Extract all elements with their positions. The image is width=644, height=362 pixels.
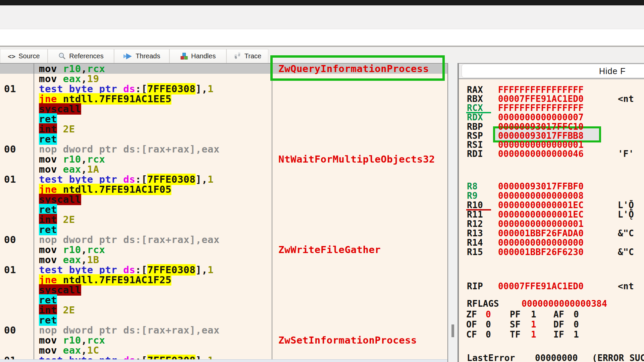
flag-value[interactable]: 0: [486, 320, 491, 329]
register-row-r15[interactable]: R15000001BBF26F6230&"C: [459, 247, 644, 257]
register-row-r14[interactable]: R140000000000000000: [459, 238, 644, 247]
scrollbar-thumb[interactable]: [451, 324, 454, 337]
register-row-rdi[interactable]: RDI0000000000000046'F': [459, 149, 644, 159]
disasm-row[interactable]: mov eax,1B: [0, 255, 447, 265]
register-value[interactable]: 000001BBF26FADA0: [498, 229, 584, 238]
function-label[interactable]: NtWaitForMultipleObjects32: [278, 154, 453, 164]
disasm-row[interactable]: int 2E: [0, 215, 447, 225]
register-row-rbp[interactable]: RBP00000093017FFC10: [459, 122, 644, 131]
bytes-column-separator: [34, 63, 34, 362]
register-value[interactable]: 00000093017FFC10: [498, 122, 584, 131]
register-annotation: 'F': [618, 149, 634, 159]
handles-icon: [180, 52, 188, 60]
disasm-row[interactable]: syscall: [0, 194, 447, 204]
flag-name: PF: [510, 310, 521, 319]
flag-value[interactable]: 1: [531, 320, 536, 329]
register-name: R14: [467, 238, 483, 247]
register-value[interactable]: 00007FFE91AC1ED0: [498, 282, 584, 291]
register-value[interactable]: 00000093017FFBB8: [498, 131, 584, 140]
disasm-row[interactable]: ret: [0, 295, 447, 305]
register-value[interactable]: 0000000000000007: [498, 113, 584, 122]
register-annotation: <nt: [618, 282, 634, 291]
disasm-row[interactable]: 01test byte ptr ds:[7FFE0308],1: [0, 265, 447, 275]
register-row-rbx[interactable]: RBX00007FFE91AC1ED0<nt: [459, 94, 644, 104]
instruction-text: mov r10,rcx: [39, 154, 105, 164]
register-value[interactable]: 0000000000000001: [498, 140, 584, 149]
horizontal-scrollbar[interactable]: [0, 359, 447, 362]
register-value[interactable]: 00000000000001EC: [498, 200, 584, 210]
vertical-scrollbar[interactable]: [447, 63, 458, 362]
last-error-row[interactable]: LastError00000000(ERROR_SUC: [459, 353, 644, 362]
register-row-rdx[interactable]: RDX0000000000000007: [459, 113, 644, 122]
registers-pane: RAXFFFFFFFFFFFFFFFFRBX00007FFE91AC1ED0<n…: [458, 78, 644, 362]
register-value[interactable]: 00000093017FFBF0: [498, 182, 584, 191]
register-value[interactable]: 00007FFE91AC1ED0: [498, 94, 584, 104]
flag-value[interactable]: 1: [574, 330, 579, 339]
disasm-row[interactable]: ret: [0, 315, 447, 325]
flag-value[interactable]: 0: [574, 310, 579, 319]
register-row-r13[interactable]: R13000001BBF26FADA0&"C: [459, 229, 644, 238]
instruction-text: ret: [39, 134, 57, 144]
register-value[interactable]: 0000000000000384: [522, 299, 607, 308]
register-value[interactable]: 0000000000000008: [498, 191, 584, 200]
register-value[interactable]: FFFFFFFFFFFFFFFF: [498, 85, 584, 95]
register-value[interactable]: 000001BBF26F6230: [498, 247, 584, 257]
register-value[interactable]: 0000000000000046: [498, 149, 584, 159]
instruction-text: mov r10,rcx: [39, 245, 105, 255]
disasm-row[interactable]: int 2E: [0, 124, 447, 134]
flags-row: CF0TF1IF1: [459, 330, 644, 339]
register-row-rcx[interactable]: RCXFFFFFFFFFFFFFFFF: [459, 103, 644, 113]
disasm-row[interactable]: syscall: [0, 104, 447, 114]
tab-label: Source: [18, 52, 40, 60]
flag-value[interactable]: 0: [574, 320, 579, 329]
instruction-text: int 2E: [39, 215, 75, 225]
disasm-row[interactable]: mov eax,1C: [0, 345, 447, 355]
hide-fpu-button[interactable]: Hide F: [462, 64, 644, 78]
register-row-r8[interactable]: R800000093017FFBF0: [459, 182, 644, 191]
hide-fpu-label: Hide F: [599, 66, 626, 76]
register-value[interactable]: 0000000000000001: [498, 219, 584, 229]
register-row-rip[interactable]: RIP00007FFE91AC1ED0<nt: [459, 282, 644, 291]
disasm-row[interactable]: ret: [0, 114, 447, 124]
register-row-rsp[interactable]: RSP00000093017FFBB8: [459, 131, 644, 140]
disasm-row[interactable]: ret: [0, 134, 447, 144]
instruction-text: mov eax,1C: [39, 345, 99, 355]
disasm-row[interactable]: int 2E: [0, 305, 447, 315]
disasm-row[interactable]: 00nop dword ptr ds:[rax+rax],eax: [0, 144, 447, 154]
tab-references[interactable]: References: [48, 49, 114, 63]
register-row-rflags[interactable]: RFLAGS0000000000000384: [459, 299, 644, 308]
register-value[interactable]: FFFFFFFFFFFFFFFF: [498, 103, 584, 113]
register-value[interactable]: 0000000000000000: [498, 238, 584, 247]
function-label[interactable]: ZwSetInformationProcess: [278, 335, 453, 345]
register-row-r12[interactable]: R120000000000000001: [459, 219, 644, 229]
register-value[interactable]: 00000000000001EC: [498, 210, 584, 219]
instruction-text: test byte ptr ds:[7FFE0308],1: [39, 84, 214, 94]
register-row-r11[interactable]: R1100000000000001ECL'Ǭ: [459, 210, 644, 219]
instruction-text: mov eax,1B: [39, 255, 99, 265]
disasm-row[interactable]: 01test byte ptr ds:[7FFE0308],1: [0, 174, 447, 184]
tab-threads[interactable]: Threads: [114, 49, 169, 63]
disasm-row[interactable]: 00nop dword ptr ds:[rax+rax],eax: [0, 325, 447, 335]
register-row-rax[interactable]: RAXFFFFFFFFFFFFFFFF: [459, 85, 644, 95]
register-row-rsi[interactable]: RSI0000000000000001: [459, 140, 644, 149]
disasm-row[interactable]: syscall: [0, 285, 447, 295]
tab-handles[interactable]: Handles: [169, 49, 226, 63]
register-row-r10[interactable]: R1000000000000001ECL'Ǭ: [459, 200, 644, 210]
disasm-row[interactable]: ret: [0, 204, 447, 215]
disasm-row[interactable]: 00nop dword ptr ds:[rax+rax],eax: [0, 235, 447, 245]
flag-name: AF: [553, 310, 564, 319]
disasm-row[interactable]: jne ntdll.7FFE91AC1EE5: [0, 94, 447, 104]
flag-value[interactable]: 0: [486, 330, 491, 339]
disasm-row[interactable]: jne ntdll.7FFE91AC1F25: [0, 275, 447, 285]
flag-value[interactable]: 1: [531, 310, 536, 319]
disasm-row[interactable]: 01test byte ptr ds:[7FFE0308],1: [0, 84, 447, 94]
disasm-row[interactable]: mov eax,1A: [0, 164, 447, 174]
tab-source[interactable]: <>Source: [0, 49, 48, 63]
disasm-row[interactable]: ret: [0, 225, 447, 235]
disasm-row[interactable]: jne ntdll.7FFE91AC1F05: [0, 184, 447, 194]
flag-value[interactable]: 1: [531, 330, 536, 339]
function-label[interactable]: ZwWriteFileGather: [278, 245, 453, 255]
register-row-r9[interactable]: R90000000000000008: [459, 191, 644, 200]
flag-value[interactable]: 0: [486, 310, 491, 319]
tab-trace[interactable]: Trace: [226, 49, 268, 63]
